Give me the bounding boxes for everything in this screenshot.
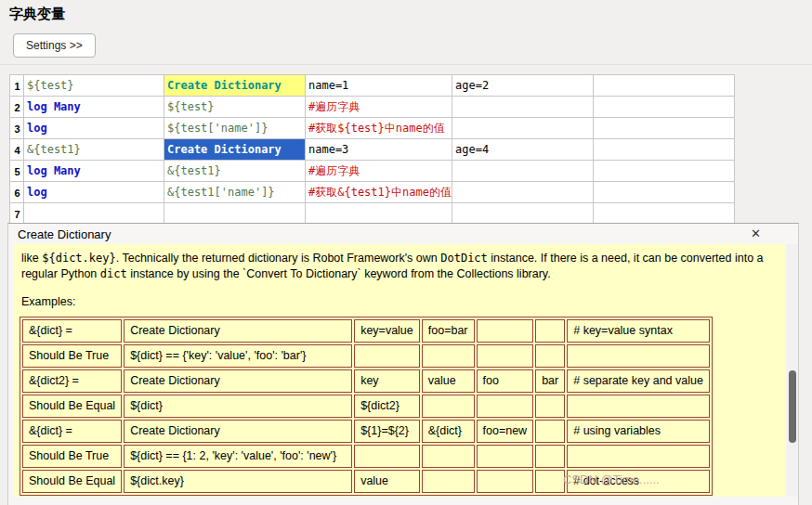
grid-cell[interactable]: &{test1['name']} [164,182,306,203]
example-cell: Should Be Equal [22,470,122,493]
grid-cell[interactable] [594,203,735,225]
example-cell [535,344,565,368]
grid-cell[interactable]: ${test} [164,97,306,118]
settings-button[interactable]: Settings >> [13,33,96,58]
grid-cell[interactable] [452,161,594,182]
example-cell: Create Dictionary [124,319,352,343]
example-row: Should Be Equal${dict}${dict2} [22,395,710,418]
grid-cell[interactable] [594,139,735,161]
grid-cell[interactable] [594,97,735,118]
example-cell [535,420,565,443]
row-number[interactable]: 3 [10,118,24,139]
keyword-doc-popup: Create Dictionary ✕ like ${dict.key}. Te… [7,223,799,505]
grid-cell[interactable]: log Many [24,97,164,118]
grid-cell[interactable]: #获取&{test1}中name的值 [306,182,452,203]
doc-text: instance by using the `Convert To Dictio… [127,267,551,280]
grid-cell[interactable] [164,203,306,225]
doc-text: . Technically the returned dictionary is… [116,252,441,265]
editor-header: 字典变量 Settings >> [0,0,812,65]
example-cell [477,445,534,468]
grid-cell[interactable] [452,118,594,139]
example-cell [477,344,534,368]
example-row: Should Be True${dict} == {1: 2, 'key': '… [22,445,710,468]
example-cell: Should Be True [22,344,122,368]
grid-cell[interactable] [306,203,452,225]
example-cell: foo=new [477,420,534,443]
example-cell: key=value [354,319,420,343]
example-cell [535,445,565,468]
page-title: 字典变量 [9,6,65,23]
grid-cell[interactable]: name=1 [306,75,452,97]
grid-cell[interactable] [594,75,735,97]
examples-label: Examples: [21,294,785,310]
example-row: &{dict} =Create Dictionary${1}=${2}&{dic… [22,420,710,443]
row-number[interactable]: 6 [10,182,24,203]
row-number[interactable]: 2 [10,97,24,118]
example-cell [354,344,420,368]
doc-text: like [21,252,42,265]
grid-cell[interactable]: log [24,182,164,203]
example-cell [567,445,710,468]
grid-cell[interactable] [452,97,594,118]
example-cell [535,319,565,343]
grid-cell[interactable] [24,203,164,225]
row-number[interactable]: 1 [10,75,24,97]
example-cell: &{dict} [422,420,475,443]
example-cell: Create Dictionary [124,420,352,443]
example-row: Should Be True${dict} == {'key': 'value'… [22,344,710,368]
grid-cell[interactable]: #获取${test}中name的值 [306,118,452,139]
grid-cell[interactable]: ${test['name']} [164,118,306,139]
grid-cell[interactable] [594,118,735,139]
example-cell: foo [477,369,534,393]
test-steps-grid: 1${test}Create Dictionaryname=1age=22log… [9,74,735,225]
grid-cell[interactable]: name=3 [306,139,452,161]
example-cell: ${dict} == {'key': 'value', 'foo': 'bar'… [124,344,352,368]
doc-paragraph: like ${dict.key}. Technically the return… [21,251,779,282]
example-cell [354,445,420,468]
grid-cell[interactable] [452,182,594,203]
grid-cell[interactable]: ${test} [24,75,164,97]
example-cell: # using variables [567,420,710,443]
grid-cell[interactable]: Create Dictionary [164,139,306,161]
grid-cell[interactable]: age=2 [452,75,594,97]
grid-cell[interactable]: &{test1} [24,139,164,161]
grid-cell[interactable] [452,203,594,225]
grid-cell[interactable]: Create Dictionary [164,75,306,97]
grid-cell[interactable]: log [24,118,164,139]
row-number[interactable]: 4 [10,139,24,161]
example-cell [422,470,475,493]
example-cell [422,344,475,368]
watermark: CSDN @Time...... [563,473,660,486]
example-cell [422,445,475,468]
example-row: &{dict} =Create Dictionarykey=valuefoo=b… [22,319,710,343]
example-row: &{dict2} =Create Dictionarykeyvaluefooba… [22,369,710,393]
inline-code: dict [100,267,127,280]
grid-cell[interactable]: &{test1} [164,161,306,182]
close-icon[interactable]: ✕ [751,227,761,240]
scrollbar-thumb[interactable] [789,370,796,443]
example-cell: ${1}=${2} [354,420,420,443]
example-cell: # key=value syntax [567,319,710,343]
grid-cell[interactable]: log Many [24,161,164,182]
example-cell: &{dict} = [22,420,122,443]
grid-cell[interactable] [594,161,735,182]
grid-cell[interactable]: age=4 [452,139,594,161]
example-cell: ${dict.key} [124,470,352,493]
row-number[interactable]: 5 [10,161,24,182]
example-cell: Should Be Equal [22,395,122,418]
doc-scrollbar[interactable] [787,244,798,497]
grid-cell[interactable] [594,182,735,203]
doc-body: like ${dict.key}. Technically the return… [14,244,785,497]
grid-cell[interactable]: #遍历字典 [306,161,452,182]
example-cell [535,470,565,493]
example-cell: value [422,369,475,393]
example-cell: ${dict} == {1: 2, 'key': 'value', 'foo':… [124,445,352,468]
example-cell: Create Dictionary [124,369,352,393]
example-cell [422,395,475,418]
row-number[interactable]: 7 [10,203,24,225]
example-cell: Should Be True [22,445,122,468]
example-cell [477,395,534,418]
example-cell: foo=bar [422,319,475,343]
example-cell [477,470,534,493]
grid-cell[interactable]: #遍历字典 [306,97,452,118]
